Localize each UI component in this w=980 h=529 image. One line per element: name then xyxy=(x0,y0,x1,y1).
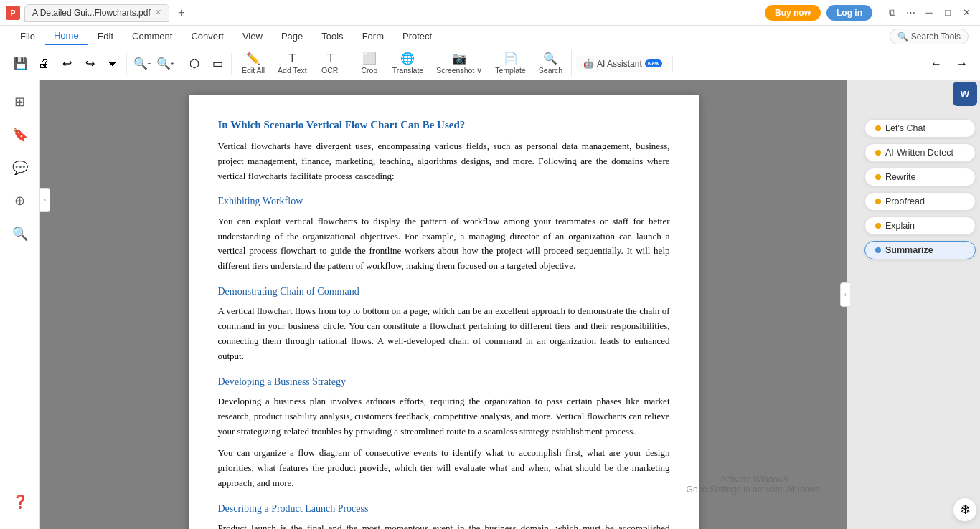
app-tab[interactable]: A Detailed Gui...Flowcharts.pdf ✕ xyxy=(24,4,169,22)
lets-chat-label: Let's Chat xyxy=(885,123,925,133)
menu-tools[interactable]: Tools xyxy=(313,28,352,44)
translate-icon: 🌐 xyxy=(400,53,415,65)
menu-file[interactable]: File xyxy=(11,28,44,44)
ai-icon: 🤖 xyxy=(583,59,594,69)
menu-form[interactable]: Form xyxy=(354,28,392,44)
ai-assistant-label: AI Assistant xyxy=(597,59,642,69)
zoom-in-button[interactable]: 🔍+ xyxy=(154,53,176,75)
print-icon-button[interactable]: 🖨 xyxy=(33,53,55,75)
toolbar-tools-group: ⬜ Crop 🌐 Translate 📷 Screenshot ∨ 📄 Temp… xyxy=(351,50,572,77)
explain-chip[interactable]: Explain xyxy=(864,216,976,235)
template-button[interactable]: 📄 Template xyxy=(489,50,532,77)
redo-icon-button[interactable]: ↪ xyxy=(79,53,100,75)
zoom-out-button[interactable]: 🔍− xyxy=(131,53,153,75)
main-layout: ⊞ 🔖 💬 ⊕ 🔍 ❓ › In Which Scenario Vertical… xyxy=(0,80,980,529)
search-label: Search xyxy=(539,66,562,75)
history-icon-button[interactable]: ⏷ xyxy=(102,53,123,75)
menu-comment[interactable]: Comment xyxy=(123,28,181,44)
ocr-icon: 𝕋 xyxy=(326,53,334,65)
menu-view[interactable]: View xyxy=(234,28,271,44)
pdf-section-0-text: You can exploit vertical flowcharts to d… xyxy=(218,214,670,274)
menu-convert[interactable]: Convert xyxy=(182,28,232,44)
ocr-button[interactable]: 𝕋 OCR xyxy=(314,50,346,77)
sidebar-comment-icon[interactable]: 💬 xyxy=(6,153,34,182)
translate-label: Translate xyxy=(392,66,423,75)
minimize-button[interactable]: ─ xyxy=(921,5,937,21)
close-button[interactable]: ✕ xyxy=(958,5,974,21)
sidebar-search-icon[interactable]: 🔍 xyxy=(6,219,34,248)
search-tools-button[interactable]: 🔍 Search Tools xyxy=(890,29,969,44)
search-button[interactable]: 🔍 Search xyxy=(533,50,568,77)
translate-button[interactable]: 🌐 Translate xyxy=(387,50,429,77)
sidebar-bookmark-icon[interactable]: 🔖 xyxy=(6,120,34,149)
sidebar-collapse-toggle[interactable]: › xyxy=(40,188,50,212)
pdf-main-heading: In Which Scenario Vertical Flow Chart Ca… xyxy=(218,116,670,133)
menu-protect[interactable]: Protect xyxy=(394,28,440,44)
edit-all-button[interactable]: ✏️ Edit All xyxy=(236,50,270,77)
undo-icon-button[interactable]: ↩ xyxy=(56,53,77,75)
crop-button[interactable]: ⬜ Crop xyxy=(354,50,385,77)
pdf-page: In Which Scenario Vertical Flow Chart Ca… xyxy=(189,95,699,529)
proofread-label: Proofread xyxy=(885,196,925,206)
screenshot-label: Screenshot ∨ xyxy=(436,66,482,75)
rectangle-icon-button[interactable]: ▭ xyxy=(207,53,228,75)
toolbar: 💾 🖨 ↩ ↪ ⏷ 🔍− 🔍+ ⬡ ▭ ✏️ Edit All T Add Te… xyxy=(0,47,980,80)
word-export-icon[interactable]: W xyxy=(953,82,977,106)
more-options-button[interactable]: ⋯ xyxy=(903,5,918,21)
title-bar: P A Detailed Gui...Flowcharts.pdf ✕ + Bu… xyxy=(0,0,980,26)
add-text-label: Add Text xyxy=(278,66,307,75)
crop-icon: ⬜ xyxy=(362,53,377,65)
summarize-chip[interactable]: Summarize xyxy=(864,241,976,259)
menu-page[interactable]: Page xyxy=(273,28,311,44)
menu-home[interactable]: Home xyxy=(45,27,88,45)
arrow-right-button[interactable]: → xyxy=(951,53,973,75)
pdf-section-3-heading: Describing a Product Launch Process xyxy=(218,501,670,517)
left-sidebar: ⊞ 🔖 💬 ⊕ 🔍 ❓ xyxy=(0,80,40,529)
proofread-chip[interactable]: Proofread xyxy=(864,192,976,211)
template-label: Template xyxy=(495,66,526,75)
new-tab-button[interactable]: + xyxy=(174,5,189,21)
sidebar-layers-icon[interactable]: ⊕ xyxy=(6,186,34,215)
ai-written-detect-dot xyxy=(875,150,881,156)
pdf-viewer[interactable]: In Which Scenario Vertical Flow Chart Ca… xyxy=(40,80,847,529)
crop-label: Crop xyxy=(361,66,377,75)
select-icon-button[interactable]: ⬡ xyxy=(184,53,205,75)
edit-all-icon: ✏️ xyxy=(246,53,260,65)
panel-collapse-toggle[interactable]: › xyxy=(840,282,850,307)
ai-written-detect-chip[interactable]: AI-Written Detect xyxy=(864,143,976,162)
title-bar-right: Buy now Log in ⧉ ⋯ ─ □ ✕ xyxy=(765,5,974,21)
toolbar-nav-group: 💾 🖨 ↩ ↪ ⏷ xyxy=(7,53,127,75)
window-controls: ⧉ ⋯ ─ □ ✕ xyxy=(884,5,974,21)
pdf-section-2-text: Developing a business plan involves ardu… xyxy=(218,394,670,439)
sidebar-pages-icon[interactable]: ⊞ xyxy=(6,87,34,116)
save-icon-button[interactable]: 💾 xyxy=(10,53,32,75)
tab-close-button[interactable]: ✕ xyxy=(155,8,161,17)
add-text-icon: T xyxy=(289,53,296,65)
sidebar-help-icon[interactable]: ❓ xyxy=(6,487,34,516)
arrow-left-button[interactable]: ← xyxy=(925,53,947,75)
tab-title: A Detailed Gui...Flowcharts.pdf xyxy=(32,8,151,18)
title-bar-left: P A Detailed Gui...Flowcharts.pdf ✕ + xyxy=(6,4,765,22)
lets-chat-chip[interactable]: Let's Chat xyxy=(864,119,976,138)
add-text-button[interactable]: T Add Text xyxy=(272,50,313,77)
explain-label: Explain xyxy=(885,221,915,231)
toolbar-markup-group: ⬡ ▭ xyxy=(181,53,232,75)
buy-now-button[interactable]: Buy now xyxy=(765,5,821,21)
ai-snowflake-button[interactable]: ❄ xyxy=(953,497,977,522)
menu-edit[interactable]: Edit xyxy=(89,28,122,44)
ai-assistant-button[interactable]: 🤖 AI Assistant New xyxy=(576,56,669,72)
toolbar-ai-group: 🤖 AI Assistant New xyxy=(573,56,673,72)
screenshot-button[interactable]: 📷 Screenshot ∨ xyxy=(430,50,488,77)
menu-bar: File Home Edit Comment Convert View Page… xyxy=(0,26,980,47)
toolbar-zoom-group: 🔍− 🔍+ xyxy=(128,53,179,75)
summarize-dot xyxy=(875,247,881,253)
pdf-section-1-heading: Demonstrating Chain of Command xyxy=(218,284,670,300)
maximize-button[interactable]: □ xyxy=(940,5,956,21)
pdf-section-2-text2: You can organize a flow diagram of conse… xyxy=(218,446,670,490)
edit-all-label: Edit All xyxy=(242,66,265,75)
login-button[interactable]: Log in xyxy=(826,5,872,21)
rewrite-chip[interactable]: Rewrite xyxy=(864,168,976,186)
explain-dot xyxy=(875,223,881,229)
search-toolbar-icon: 🔍 xyxy=(543,53,557,65)
picture-in-picture-button[interactable]: ⧉ xyxy=(884,5,900,21)
